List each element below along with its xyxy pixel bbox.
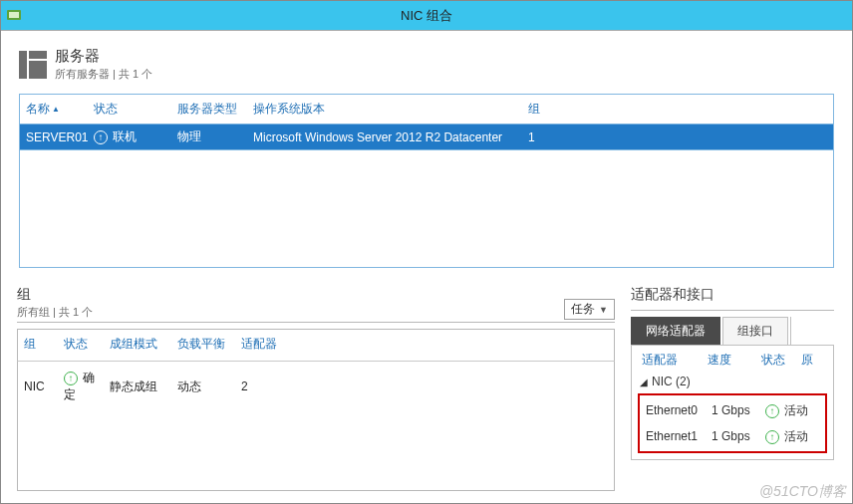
adapter-state: 活动 bbox=[761, 402, 821, 419]
tasks-dropdown[interactable]: 任务 ▼ bbox=[564, 299, 615, 320]
status-up-icon bbox=[94, 130, 108, 144]
servers-columns: 名称 状态 服务器类型 操作系统版本 组 bbox=[19, 94, 834, 125]
team-lb: 动态 bbox=[171, 377, 235, 397]
adapter-columns: 适配器 速度 状态 原 bbox=[632, 352, 833, 373]
adapters-panel: 适配器和接口 网络适配器 组接口 适配器 速度 状态 原 ◢ NIC (2) bbox=[631, 286, 834, 491]
window-title: NIC 组合 bbox=[401, 7, 452, 25]
adapter-group-label: NIC (2) bbox=[652, 375, 691, 388]
team-mode: 静态成组 bbox=[104, 377, 171, 397]
svg-rect-1 bbox=[9, 12, 19, 18]
adapter-speed: 1 Gbps bbox=[708, 403, 761, 417]
adapter-tabs: 网络适配器 组接口 bbox=[631, 317, 834, 346]
team-status: 确定 bbox=[58, 368, 104, 405]
col-team[interactable]: 组 bbox=[522, 99, 582, 120]
server-type: 物理 bbox=[171, 128, 247, 145]
teams-subtitle: 所有组 | 共 1 个 bbox=[17, 305, 93, 320]
adapter-row[interactable]: Ethernet1 1 Gbps 活动 bbox=[642, 423, 823, 449]
team-adapter-count: 2 bbox=[235, 378, 291, 395]
col-team-mode[interactable]: 成组模式 bbox=[104, 334, 171, 355]
team-name: NIC bbox=[18, 378, 58, 395]
adapter-group-line[interactable]: ◢ NIC (2) bbox=[632, 373, 833, 390]
adapter-speed: 1 Gbps bbox=[708, 429, 761, 443]
teams-panel: 组 所有组 | 共 1 个 任务 ▼ 组 状态 成组模式 负载平衡 适配器 NI… bbox=[17, 286, 615, 491]
tab-team-interface[interactable]: 组接口 bbox=[722, 317, 788, 345]
servers-subtitle: 所有服务器 | 共 1 个 bbox=[55, 67, 152, 82]
teams-body: NIC 确定 静态成组 动态 2 bbox=[17, 362, 615, 491]
servers-title: 服务器 bbox=[55, 47, 152, 66]
col-os[interactable]: 操作系统版本 bbox=[247, 99, 522, 120]
teams-columns: 组 状态 成组模式 负载平衡 适配器 bbox=[17, 329, 615, 362]
servers-section-header: 服务器 所有服务器 | 共 1 个 bbox=[19, 47, 834, 82]
team-row[interactable]: NIC 确定 静态成组 动态 2 bbox=[18, 368, 614, 405]
col-state[interactable]: 状态 bbox=[757, 352, 797, 369]
col-speed[interactable]: 速度 bbox=[704, 352, 757, 369]
adapter-name: Ethernet0 bbox=[642, 403, 708, 417]
col-team[interactable]: 组 bbox=[18, 334, 58, 355]
adapters-box: 适配器 速度 状态 原 ◢ NIC (2) Ethernet0 1 Gbps 活… bbox=[631, 346, 834, 460]
chevron-down-icon: ▼ bbox=[599, 305, 608, 315]
status-up-icon bbox=[765, 430, 779, 444]
adapter-row[interactable]: Ethernet0 1 Gbps 活动 bbox=[642, 397, 823, 423]
app-icon bbox=[6, 7, 22, 23]
server-os: Microsoft Windows Server 2012 R2 Datacen… bbox=[247, 130, 522, 144]
adapters-title: 适配器和接口 bbox=[631, 286, 834, 311]
tab-network-adapter[interactable]: 网络适配器 bbox=[631, 317, 720, 345]
servers-icon bbox=[19, 51, 47, 79]
title-bar: NIC 组合 bbox=[1, 1, 852, 31]
col-team-status[interactable]: 状态 bbox=[58, 334, 104, 355]
col-type[interactable]: 服务器类型 bbox=[171, 99, 247, 120]
server-name: SERVER01 bbox=[20, 130, 88, 144]
tasks-label: 任务 bbox=[571, 301, 595, 318]
adapter-name: Ethernet1 bbox=[642, 429, 708, 443]
teams-title: 组 bbox=[17, 286, 93, 304]
servers-list-body bbox=[19, 150, 834, 268]
col-reason[interactable]: 原 bbox=[797, 352, 815, 369]
collapse-triangle-icon: ◢ bbox=[640, 377, 648, 387]
adapter-state: 活动 bbox=[761, 428, 821, 445]
col-team-adapters[interactable]: 适配器 bbox=[235, 334, 291, 355]
col-adapter[interactable]: 适配器 bbox=[638, 352, 704, 369]
server-team-count: 1 bbox=[522, 130, 582, 144]
col-team-lb[interactable]: 负载平衡 bbox=[171, 334, 235, 355]
status-up-icon bbox=[765, 404, 779, 418]
server-row-selected[interactable]: SERVER01 联机 物理 Microsoft Windows Server … bbox=[19, 125, 834, 150]
col-status[interactable]: 状态 bbox=[88, 99, 171, 120]
server-status: 联机 bbox=[88, 128, 171, 145]
col-name[interactable]: 名称 bbox=[20, 99, 88, 120]
status-up-icon bbox=[64, 372, 78, 385]
adapter-rows-highlighted: Ethernet0 1 Gbps 活动 Ethernet1 1 Gbps 活动 bbox=[638, 393, 827, 453]
